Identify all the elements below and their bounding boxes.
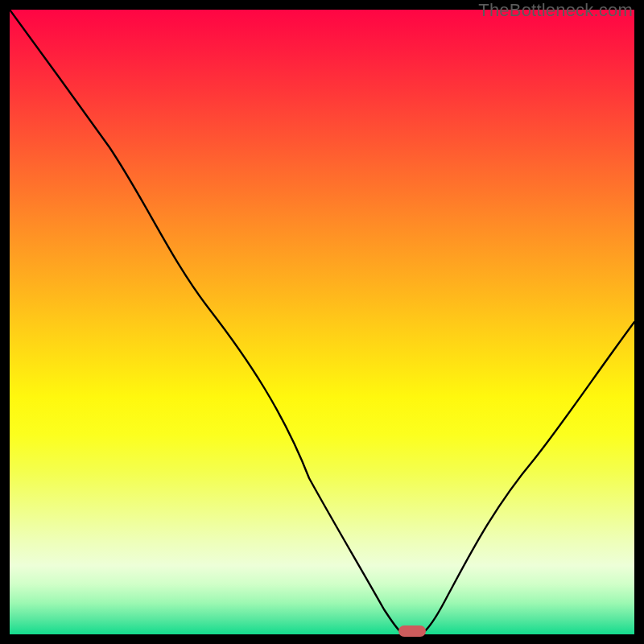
optimal-marker: [398, 625, 426, 637]
chart-frame: TheBottleneck.com: [0, 0, 644, 644]
bottleneck-curve: [10, 10, 634, 634]
curve-overlay: [10, 10, 634, 634]
plot-area: [10, 10, 634, 634]
watermark-text: TheBottleneck.com: [478, 0, 633, 21]
